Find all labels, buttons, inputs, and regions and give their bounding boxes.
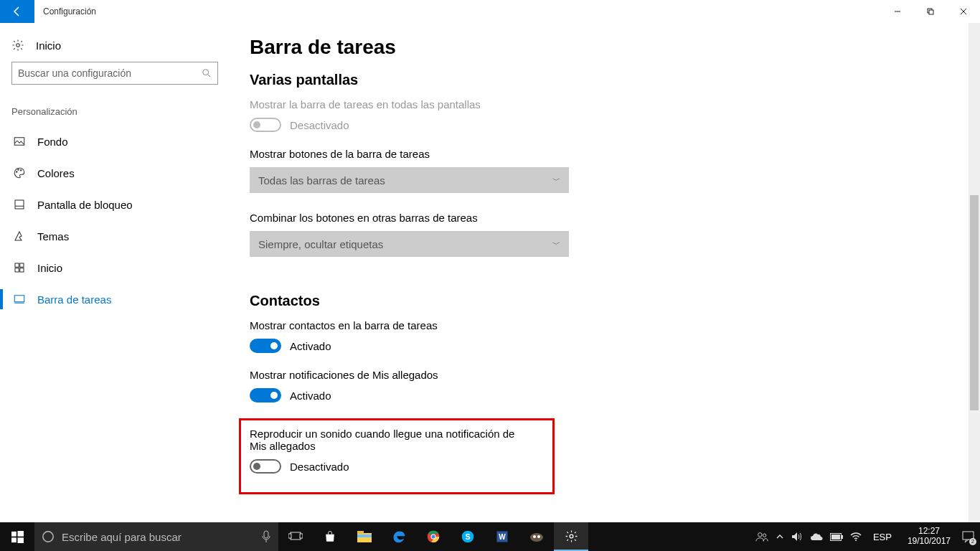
svg-point-10 — [18, 169, 19, 171]
taskbar-app-store[interactable] — [313, 522, 347, 551]
search-input[interactable]: Buscar una configuración — [11, 62, 218, 85]
svg-text:W: W — [499, 533, 506, 541]
taskbar-icon — [13, 293, 26, 306]
battery-icon[interactable] — [830, 533, 843, 541]
svg-point-9 — [17, 171, 18, 173]
svg-rect-12 — [15, 200, 24, 209]
minimize-button[interactable] — [881, 0, 914, 23]
svg-rect-16 — [20, 268, 24, 272]
scrollbar[interactable] — [969, 23, 980, 522]
taskbar-app-explorer[interactable] — [347, 522, 382, 551]
sidebar-item-label: Inicio — [37, 262, 62, 274]
svg-line-7 — [208, 75, 211, 77]
wifi-icon[interactable] — [850, 532, 862, 542]
setting-label: Mostrar botones de la barra de tareas — [250, 148, 960, 160]
dropdown-value: Siempre, ocultar etiquetas — [258, 238, 383, 250]
setting-label: Mostrar notificaciones de Mis allegados — [250, 369, 960, 381]
sidebar-item-pantalla-bloqueo[interactable]: Pantalla de bloqueo — [11, 189, 218, 220]
highlighted-setting: Reproducir un sonido cuando llegue una n… — [239, 418, 555, 494]
sidebar-item-fondo[interactable]: Fondo — [11, 126, 218, 157]
tray-chevron-icon[interactable] — [776, 532, 784, 541]
sidebar-home[interactable]: Inicio — [11, 33, 218, 62]
scrollbar-thumb[interactable] — [970, 195, 979, 410]
taskbar-app-edge[interactable] — [382, 522, 416, 551]
setting-contacts-show: Mostrar contactos en la barra de tareas … — [250, 319, 960, 353]
svg-point-40 — [537, 535, 540, 538]
onedrive-icon[interactable] — [810, 532, 823, 541]
setting-label: Mostrar la barra de tareas en todas las … — [250, 98, 960, 110]
dropdown-combine[interactable]: Siempre, ocultar etiquetas ﹀ — [250, 231, 569, 257]
svg-point-39 — [533, 535, 536, 538]
taskbar-app-gimp[interactable] — [519, 522, 554, 551]
sidebar-item-label: Fondo — [37, 136, 68, 148]
setting-show-all-displays: Mostrar la barra de tareas en todas las … — [250, 98, 960, 132]
start-icon — [13, 261, 26, 274]
taskbar: Escribe aquí para buscar S W ESP 12:27 — [0, 522, 980, 551]
close-button[interactable] — [947, 0, 980, 23]
mic-icon[interactable] — [261, 530, 271, 543]
picture-icon — [13, 135, 26, 148]
chevron-down-icon: ﹀ — [552, 175, 560, 186]
svg-point-47 — [855, 540, 857, 541]
svg-text:S: S — [465, 532, 470, 541]
sidebar-item-inicio[interactable]: Inicio — [11, 252, 218, 283]
setting-label: Mostrar contactos en la barra de tareas — [250, 319, 960, 331]
toggle-state: Desactivado — [290, 119, 349, 131]
section-varias-pantallas: Varias pantallas — [250, 72, 960, 88]
window-title: Configuración — [34, 0, 105, 23]
taskbar-search[interactable]: Escribe aquí para buscar — [34, 522, 278, 551]
themes-icon — [13, 230, 26, 242]
taskbar-app-skype[interactable]: S — [451, 522, 485, 551]
svg-rect-24 — [264, 531, 268, 538]
action-center-icon[interactable]: 2 — [962, 531, 974, 543]
sidebar-item-colores[interactable]: Colores — [11, 157, 218, 189]
svg-rect-21 — [11, 537, 17, 542]
language-indicator[interactable]: ESP — [869, 532, 896, 542]
svg-point-6 — [203, 70, 209, 75]
sidebar: Inicio Buscar una configuración Personal… — [0, 23, 230, 522]
system-tray: ESP 12:27 19/10/2017 2 — [750, 522, 980, 551]
svg-point-43 — [763, 534, 765, 537]
sidebar-item-temas[interactable]: Temas — [11, 220, 218, 252]
clock[interactable]: 12:27 19/10/2017 — [903, 527, 955, 547]
svg-point-11 — [21, 170, 22, 171]
svg-rect-46 — [831, 534, 840, 540]
sidebar-item-label: Colores — [37, 167, 75, 179]
start-button[interactable] — [0, 522, 34, 551]
sidebar-item-label: Temas — [37, 230, 69, 242]
taskview-button[interactable] — [278, 522, 313, 551]
clock-date: 19/10/2017 — [908, 537, 951, 547]
search-placeholder: Buscar una configuración — [18, 67, 131, 79]
sidebar-section-label: Personalización — [11, 106, 218, 117]
people-icon[interactable] — [755, 531, 768, 542]
volume-icon[interactable] — [791, 532, 803, 542]
svg-rect-29 — [357, 531, 364, 534]
sidebar-item-barra-tareas[interactable]: Barra de tareas — [11, 283, 218, 315]
toggle-contacts-show[interactable] — [250, 339, 281, 353]
sidebar-item-label: Pantalla de bloqueo — [37, 199, 133, 211]
chevron-down-icon: ﹀ — [552, 239, 560, 250]
taskbar-app-chrome[interactable] — [416, 522, 451, 551]
dropdown-value: Todas las barras de tareas — [258, 174, 385, 187]
gear-icon — [11, 39, 24, 52]
svg-rect-19 — [11, 531, 17, 536]
back-button[interactable] — [0, 0, 34, 23]
clock-time: 12:27 — [908, 527, 951, 537]
sidebar-home-label: Inicio — [36, 39, 61, 52]
svg-point-33 — [432, 535, 435, 539]
setting-label: Combinar los botones en otras barras de … — [250, 212, 960, 224]
toggle-state: Activado — [290, 390, 331, 402]
toggle-contacts-notif[interactable] — [250, 388, 281, 402]
toggle-contacts-sound[interactable] — [250, 459, 281, 474]
svg-rect-20 — [17, 531, 24, 537]
search-icon — [202, 68, 212, 78]
svg-rect-25 — [291, 532, 301, 540]
taskbar-app-settings[interactable] — [554, 522, 588, 551]
svg-rect-28 — [357, 533, 372, 542]
taskbar-app-word[interactable]: W — [485, 522, 519, 551]
dropdown-show-buttons[interactable]: Todas las barras de tareas ﹀ — [250, 167, 569, 193]
svg-rect-45 — [842, 535, 843, 539]
svg-point-23 — [43, 532, 53, 542]
maximize-button[interactable] — [914, 0, 947, 23]
svg-rect-22 — [17, 537, 24, 543]
